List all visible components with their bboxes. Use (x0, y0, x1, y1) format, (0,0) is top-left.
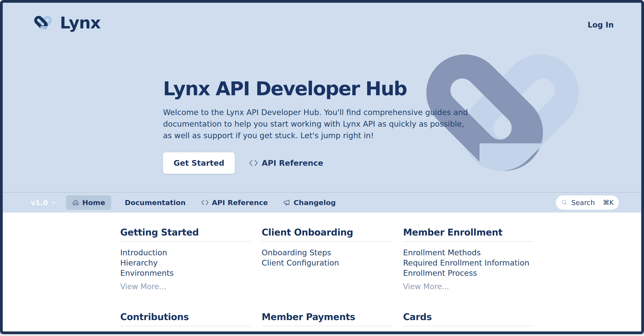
nav-item-label: API Reference (212, 198, 268, 207)
hero-copy: Lynx API Developer Hub Welcome to the Ly… (163, 77, 482, 174)
nav-item-label: Documentation (125, 198, 186, 207)
doc-section: Client Onboarding Onboarding StepsClient… (262, 227, 392, 292)
section-divider (120, 326, 251, 326)
nav-item-api-reference[interactable]: API Reference (199, 195, 270, 210)
nav-item-label: Changelog (294, 198, 336, 207)
section-link[interactable]: Hierarchy (120, 258, 158, 268)
megaphone-icon (283, 199, 290, 206)
search-box[interactable]: ⌘K (556, 195, 619, 210)
hero-title: Lynx API Developer Hub (163, 77, 482, 100)
section-link[interactable]: Enrollment Methods (403, 248, 481, 258)
nav-item-changelog[interactable]: Changelog (282, 195, 338, 210)
section-divider (262, 241, 392, 242)
nav-item-label: Home (82, 198, 105, 207)
section-link[interactable]: Required Enrollment Information (403, 258, 530, 268)
section-links: Onboarding StepsClient Configuration (262, 248, 392, 268)
section-title: Member Payments (262, 312, 392, 322)
doc-section: Contributions Contributions Limits & Tax… (120, 312, 251, 332)
content-area: Getting Started IntroductionHierarchyEnv… (3, 212, 641, 332)
login-link[interactable]: Log In (588, 20, 614, 29)
doc-section: Getting Started IntroductionHierarchyEnv… (120, 227, 251, 292)
section-title: Contributions (120, 312, 251, 322)
brand-logo[interactable]: Lynx (31, 12, 100, 33)
doc-section: Member Enrollment Enrollment MethodsRequ… (403, 227, 534, 292)
nav-item-home[interactable]: Home (66, 195, 111, 210)
get-started-button[interactable]: Get Started (163, 152, 235, 174)
section-links: Enrollment MethodsRequired Enrollment In… (403, 248, 534, 278)
code-brackets-icon (249, 159, 258, 167)
section-divider (403, 241, 534, 242)
search-input[interactable] (571, 199, 599, 207)
section-title: Client Onboarding (262, 227, 392, 238)
version-switcher[interactable]: v1.0 (31, 198, 56, 207)
search-icon (561, 199, 568, 206)
section-link[interactable]: Introduction (120, 248, 167, 258)
code-brackets-icon (201, 199, 209, 206)
hero-description: Welcome to the Lynx API Developer Hub. Y… (163, 107, 469, 141)
search-shortcut: ⌘K (603, 199, 614, 206)
section-link[interactable]: Environments (120, 268, 174, 278)
doc-section: Member Payments Payment Processing (262, 312, 392, 332)
hero-actions: Get Started API Reference (163, 152, 482, 174)
api-reference-label: API Reference (262, 159, 323, 168)
navbar: v1.0 Home Documentation (3, 192, 641, 212)
section-link[interactable]: Enrollment Process (403, 268, 477, 278)
section-divider (120, 241, 251, 242)
view-more-link[interactable]: View More... (403, 281, 449, 292)
home-icon (72, 199, 79, 206)
section-link[interactable]: Client Configuration (262, 258, 339, 268)
doc-section: Cards Details (403, 312, 534, 332)
browser-window: Lynx Log In Lynx API Developer Hub Welco… (0, 0, 644, 334)
hero-section: Lynx Log In Lynx API Developer Hub Welco… (3, 3, 641, 192)
section-title: Getting Started (120, 227, 251, 238)
version-label: v1.0 (31, 198, 48, 207)
chevron-down-icon (51, 200, 56, 205)
api-reference-link[interactable]: API Reference (249, 159, 323, 168)
section-divider (262, 326, 392, 326)
doc-sections: Getting Started IntroductionHierarchyEnv… (120, 227, 534, 332)
view-more-link[interactable]: View More... (120, 281, 166, 292)
section-links: IntroductionHierarchyEnvironments (120, 248, 251, 278)
section-title: Member Enrollment (403, 227, 534, 238)
brand-name: Lynx (60, 13, 100, 32)
nav-item-documentation[interactable]: Documentation (123, 195, 188, 210)
section-divider (403, 326, 534, 326)
nav-items: Home Documentation API Reference (66, 195, 338, 210)
heart-link-icon (31, 12, 55, 33)
section-title: Cards (403, 312, 534, 322)
page: Lynx Log In Lynx API Developer Hub Welco… (3, 3, 641, 332)
section-link[interactable]: Onboarding Steps (262, 248, 331, 258)
